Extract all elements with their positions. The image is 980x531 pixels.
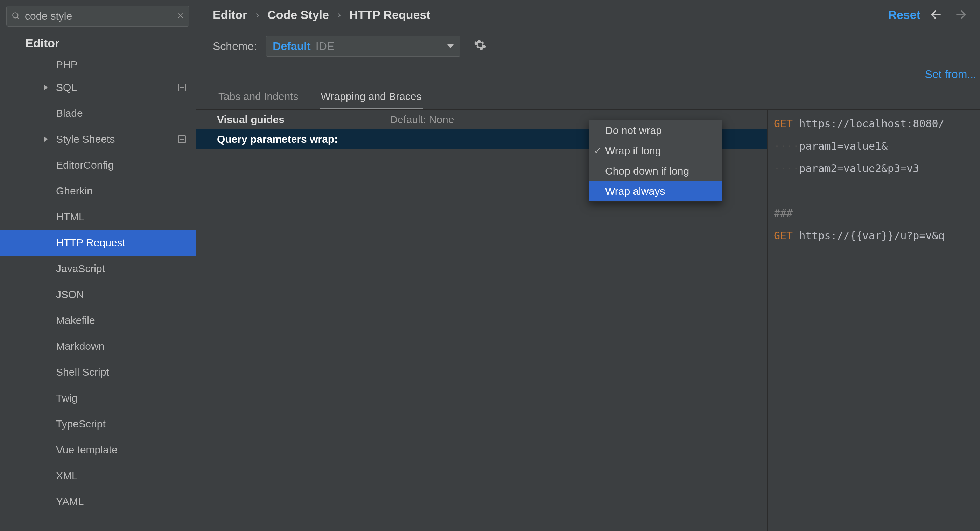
sidebar-item-vue-template[interactable]: Vue template	[0, 437, 196, 463]
sidebar: Editor PHPSQLBladeStyle SheetsEditorConf…	[0, 0, 196, 531]
preview-indent: ····	[774, 162, 799, 174]
sidebar-item-label: HTTP Request	[56, 237, 125, 249]
breadcrumb-leaf: HTTP Request	[349, 8, 431, 22]
preview-token: param1=value1&	[799, 140, 888, 152]
sidebar-item-label: Shell Script	[56, 366, 109, 378]
scheme-row: Scheme: Default IDE	[196, 29, 980, 63]
preview-token: param2=value2&p3=v3	[799, 162, 919, 174]
sidebar-item-twig[interactable]: Twig	[0, 385, 196, 411]
breadcrumb-root[interactable]: Editor	[213, 8, 247, 22]
preview-token: https://localhost:8080/	[793, 117, 944, 130]
sidebar-item-label: EditorConfig	[56, 159, 114, 171]
sidebar-item-label: JavaScript	[56, 263, 105, 274]
sidebar-item-php[interactable]: PHP	[0, 55, 196, 74]
search-input[interactable]	[25, 10, 173, 22]
sidebar-item-label: Markdown	[56, 340, 104, 352]
scheme-value-secondary: IDE	[316, 40, 334, 53]
sidebar-item-html[interactable]: HTML	[0, 204, 196, 230]
sidebar-item-javascript[interactable]: JavaScript	[0, 256, 196, 282]
collapse-icon[interactable]	[178, 84, 186, 91]
sidebar-item-label: PHP	[56, 59, 78, 71]
preview-separator: ###	[774, 207, 793, 219]
sidebar-item-label: Gherkin	[56, 185, 93, 197]
sidebar-item-label: HTML	[56, 211, 85, 223]
wrap-options-dropdown[interactable]: Do not wrap Wrap if long Chop down if lo…	[589, 120, 722, 202]
scheme-label: Scheme:	[213, 40, 257, 53]
main-pane: Editor › Code Style › HTTP Request Reset…	[196, 0, 980, 531]
clear-search-icon[interactable]	[177, 11, 184, 22]
sidebar-item-json[interactable]: JSON	[0, 282, 196, 308]
sidebar-item-sql[interactable]: SQL	[0, 74, 196, 100]
reset-button[interactable]: Reset	[888, 8, 921, 22]
sidebar-section-title[interactable]: Editor	[0, 33, 196, 55]
sidebar-item-label: YAML	[56, 496, 84, 507]
sidebar-item-http-request[interactable]: HTTP Request	[0, 230, 196, 256]
search-wrap	[0, 0, 196, 33]
sidebar-item-blade[interactable]: Blade	[0, 100, 196, 126]
sidebar-item-shell-script[interactable]: Shell Script	[0, 359, 196, 385]
option-chop-down-if-long[interactable]: Chop down if long	[589, 161, 722, 181]
setting-label: Query parameters wrap:	[196, 133, 338, 145]
top-row: Editor › Code Style › HTTP Request Reset	[196, 0, 980, 29]
preview-token: https://{{var}}/u?p=v&q	[793, 230, 944, 242]
code-preview: GET https://localhost:8080/ ····param1=v…	[767, 110, 980, 531]
svg-line-1	[17, 17, 19, 19]
search-box[interactable]	[6, 6, 189, 27]
sidebar-item-label: Vue template	[56, 444, 118, 456]
sidebar-item-yaml[interactable]: YAML	[0, 489, 196, 515]
chevron-right-icon: ›	[336, 9, 342, 21]
sidebar-item-markdown[interactable]: Markdown	[0, 333, 196, 359]
back-button[interactable]	[928, 6, 945, 24]
tabs: Tabs and Indents Wrapping and Braces	[196, 87, 980, 110]
preview-indent: ····	[774, 140, 799, 152]
sidebar-item-label: SQL	[56, 81, 77, 94]
forward-button	[952, 6, 969, 24]
search-icon	[11, 11, 21, 21]
tab-wrapping-and-braces[interactable]: Wrapping and Braces	[320, 87, 423, 109]
sidebar-item-gherkin[interactable]: Gherkin	[0, 178, 196, 204]
settings-pane: Visual guides Default: None Query parame…	[196, 110, 767, 531]
sidebar-item-label: Style Sheets	[56, 133, 115, 145]
scheme-value-primary: Default	[273, 40, 310, 53]
chevron-right-icon: ›	[254, 9, 260, 21]
sidebar-item-label: Blade	[56, 108, 83, 119]
sidebar-item-editorconfig[interactable]: EditorConfig	[0, 152, 196, 178]
breadcrumb-mid[interactable]: Code Style	[267, 8, 329, 22]
chevron-down-icon	[447, 44, 453, 48]
preview-token: GET	[774, 230, 793, 242]
option-do-not-wrap[interactable]: Do not wrap	[589, 120, 722, 141]
set-from-link[interactable]: Set from...	[925, 68, 977, 81]
setting-label: Visual guides	[196, 114, 285, 125]
scheme-actions-button[interactable]	[474, 38, 487, 54]
collapse-icon[interactable]	[178, 135, 186, 143]
option-wrap-always[interactable]: Wrap always	[589, 181, 722, 201]
sidebar-item-makefile[interactable]: Makefile	[0, 308, 196, 333]
sidebar-item-xml[interactable]: XML	[0, 463, 196, 489]
sidebar-item-label: Twig	[56, 392, 78, 404]
sidebar-item-typescript[interactable]: TypeScript	[0, 411, 196, 437]
sidebar-item-label: TypeScript	[56, 418, 106, 430]
set-from-row: Set from...	[196, 63, 980, 87]
preview-token: GET	[774, 117, 793, 130]
sidebar-item-style-sheets[interactable]: Style Sheets	[0, 126, 196, 152]
sidebar-tree: PHPSQLBladeStyle SheetsEditorConfigGherk…	[0, 55, 196, 531]
sidebar-item-label: XML	[56, 470, 78, 482]
sidebar-item-label: JSON	[56, 288, 84, 301]
option-wrap-if-long[interactable]: Wrap if long	[589, 141, 722, 161]
svg-point-0	[13, 13, 18, 18]
scheme-select[interactable]: Default IDE	[266, 36, 460, 57]
sidebar-item-label: Makefile	[56, 314, 95, 327]
tab-tabs-and-indents[interactable]: Tabs and Indents	[217, 87, 300, 109]
